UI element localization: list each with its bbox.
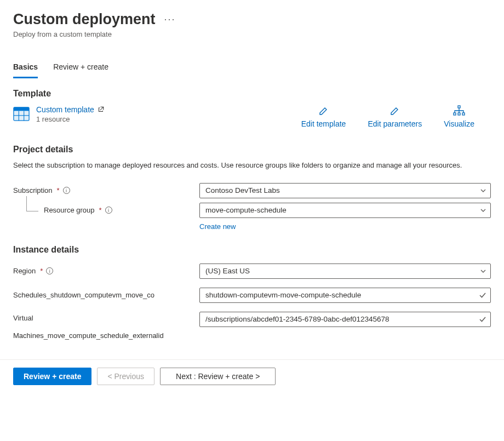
- subscription-select[interactable]: Contoso DevTest Labs: [199, 183, 491, 198]
- template-heading: Template: [13, 89, 491, 99]
- edit-template-button[interactable]: Edit template: [301, 105, 346, 128]
- edit-template-label: Edit template: [301, 119, 346, 128]
- svg-rect-7: [458, 113, 460, 115]
- tabs: Basics Review + create: [13, 58, 491, 79]
- check-icon: [479, 316, 486, 323]
- project-details-heading: Project details: [13, 145, 491, 154]
- edit-icon: [390, 105, 400, 116]
- info-icon[interactable]: i: [46, 267, 53, 274]
- visualize-label: Visualize: [444, 119, 474, 128]
- edit-parameters-label: Edit parameters: [368, 119, 422, 128]
- required-asterisk: *: [99, 206, 102, 214]
- edit-icon: [318, 105, 329, 116]
- page-title: Custom deployment: [13, 11, 156, 28]
- page-subtitle: Deploy from a custom template: [13, 30, 491, 38]
- required-asterisk: *: [40, 267, 43, 275]
- region-label: Region* i: [13, 267, 199, 275]
- open-external-icon: [98, 106, 105, 112]
- schedules-name-label: Schedules_shutdown_computevm_move_co: [13, 291, 199, 299]
- review-create-button[interactable]: Review + create: [13, 368, 91, 385]
- svg-rect-8: [462, 113, 465, 115]
- resource-group-label: Resource group* i: [13, 206, 199, 214]
- visualize-button[interactable]: Visualize: [444, 105, 474, 128]
- tab-review-create[interactable]: Review + create: [53, 58, 108, 78]
- tab-basics[interactable]: Basics: [13, 58, 38, 78]
- instance-details-heading: Instance details: [13, 245, 491, 255]
- template-icon: [13, 106, 30, 122]
- vm-externalid-label: Virtual: [13, 312, 199, 322]
- vm-externalid-input[interactable]: [199, 312, 491, 327]
- required-asterisk: *: [57, 186, 60, 194]
- resource-group-select[interactable]: move-compute-schedule: [199, 203, 491, 218]
- region-select[interactable]: (US) East US: [199, 264, 491, 279]
- svg-rect-1: [14, 107, 29, 111]
- custom-template-link-text: Custom template: [36, 105, 94, 114]
- svg-rect-5: [458, 106, 460, 108]
- subscription-label: Subscription* i: [13, 186, 199, 194]
- schedules-name-input[interactable]: [199, 288, 491, 303]
- custom-template-link[interactable]: Custom template: [36, 105, 105, 114]
- template-resource-count: 1 resource: [36, 115, 105, 123]
- vm-externalid-label-cont: Machines_move_compute_schedule_externali…: [13, 331, 491, 340]
- visualize-icon: [453, 105, 465, 116]
- more-icon[interactable]: ···: [164, 14, 176, 25]
- create-new-link[interactable]: Create new: [199, 222, 491, 231]
- footer: Review + create < Previous Next : Review…: [0, 359, 504, 393]
- edit-parameters-button[interactable]: Edit parameters: [368, 105, 422, 128]
- previous-button: < Previous: [97, 368, 154, 385]
- info-icon[interactable]: i: [105, 207, 112, 214]
- check-icon: [479, 291, 486, 299]
- project-details-description: Select the subscription to manage deploy…: [13, 160, 490, 171]
- next-button[interactable]: Next : Review + create >: [160, 368, 276, 385]
- info-icon[interactable]: i: [63, 187, 70, 194]
- svg-rect-6: [454, 113, 456, 115]
- indent-connector: [26, 196, 38, 211]
